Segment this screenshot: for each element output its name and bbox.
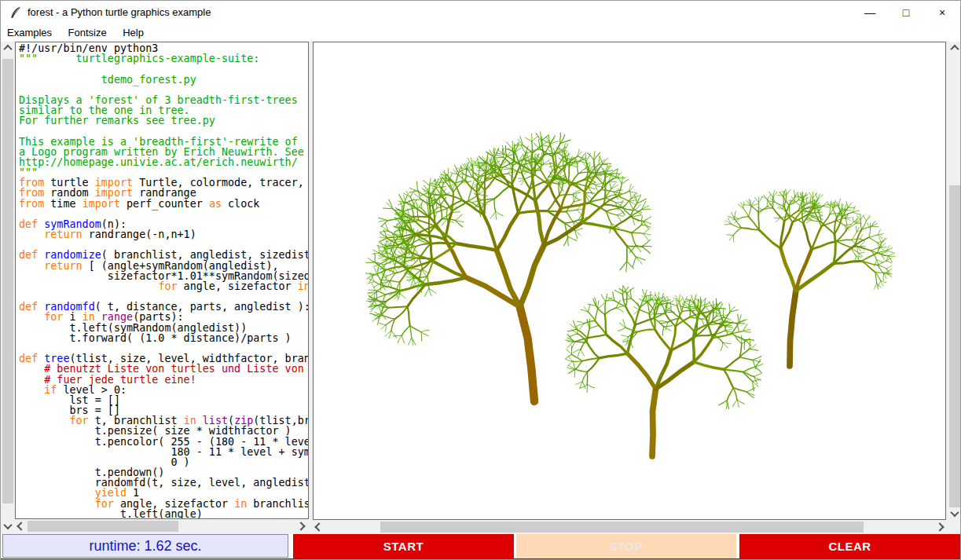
app-window: forest - a Python turtle graphics exampl… [0, 0, 961, 560]
scroll-up-arrow-icon[interactable] [2, 42, 14, 54]
canvas-vscroll-thumb[interactable] [949, 185, 960, 507]
canvas-scroll-left-arrow-icon[interactable] [313, 521, 325, 533]
title-bar: forest - a Python turtle graphics exampl… [1, 1, 960, 24]
code-vscroll-thumb[interactable] [2, 59, 13, 503]
code-line: """ turtlegraphics-example-suite: [19, 53, 308, 64]
menu-help[interactable]: Help [116, 24, 150, 38]
minimize-button[interactable]: — [852, 1, 888, 24]
window-controls: — □ × [852, 1, 960, 24]
turtle-canvas [314, 42, 945, 519]
code-line: return randrange(-n,n+1) [19, 229, 308, 240]
code-line: from time import perf_counter as clock [19, 199, 308, 209]
feather-app-icon [9, 6, 22, 19]
code-hscroll-thumb[interactable] [28, 521, 178, 532]
canvas-vertical-scrollbar[interactable] [948, 42, 961, 520]
code-line: http://homepage.univie.ac.at/erich.neuwi… [19, 157, 308, 167]
canvas-hscroll-thumb[interactable] [380, 522, 864, 533]
window-title: forest - a Python turtle graphics exampl… [28, 6, 211, 18]
canvas-horizontal-scrollbar[interactable] [313, 521, 946, 533]
code-line: for angle, sizefactor in branchlist ] [19, 281, 308, 291]
clear-button[interactable]: CLEAR [739, 534, 960, 558]
menu-fontsize[interactable]: Fontsize [62, 24, 113, 38]
scroll-left-arrow-icon[interactable] [15, 520, 28, 533]
code-horizontal-scrollbar[interactable] [15, 520, 307, 533]
code-line: For further remarks see tree.py [19, 115, 308, 126]
turtle-graphics-area [313, 42, 946, 520]
code-editor[interactable]: #!/usr/bin/env python3""" turtlegraphics… [15, 42, 309, 519]
stop-button[interactable]: STOP [516, 534, 736, 558]
canvas-scroll-down-arrow-icon[interactable] [948, 507, 961, 520]
bottom-bar: runtime: 1.62 sec. START STOP CLEAR [1, 534, 960, 559]
code-vertical-scrollbar[interactable] [1, 42, 15, 519]
canvas-scroll-right-arrow-icon[interactable] [933, 521, 946, 533]
scroll-down-arrow-icon[interactable] [2, 520, 14, 533]
menu-bar: Examples Fontsize Help [1, 24, 960, 42]
maximize-button[interactable]: □ [888, 1, 924, 24]
canvas-scroll-up-arrow-icon[interactable] [948, 42, 961, 54]
menu-examples[interactable]: Examples [1, 24, 58, 38]
start-button[interactable]: START [293, 534, 514, 558]
runtime-label: runtime: 1.62 sec. [2, 534, 288, 558]
code-lines: #!/usr/bin/env python3""" turtlegraphics… [19, 43, 308, 519]
scroll-right-arrow-icon[interactable] [295, 520, 307, 533]
code-line: tdemo_forest.py [19, 75, 308, 85]
close-button[interactable]: × [924, 1, 960, 24]
code-line: t.forward( (1.0 * distance)/parts ) [19, 333, 308, 343]
